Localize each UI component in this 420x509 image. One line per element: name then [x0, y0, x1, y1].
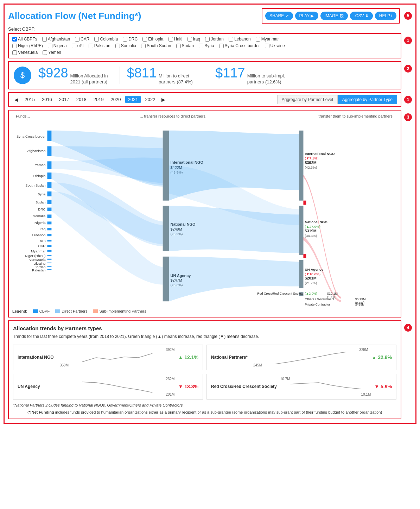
- legend-cbpf-box: [33, 309, 38, 313]
- node-ethiopia: [47, 172, 51, 179]
- year-2015[interactable]: 2015: [22, 96, 38, 103]
- trends-section: Allocation trends by Partners types Tren…: [8, 320, 401, 419]
- share-button[interactable]: SHARE ↗: [265, 12, 293, 20]
- cbpf-venezuela[interactable]: Venezuela: [12, 50, 38, 55]
- trend-card-national: National Partners* 325M 245M ▲ 32.8%: [206, 345, 396, 370]
- label-others-amount: $5.79M: [355, 297, 366, 301]
- trend-pct-val-un: 13.3%: [184, 384, 198, 389]
- label-syria-cross-border: Syria Cross border: [17, 134, 46, 138]
- label-somalia: Somalia: [33, 214, 46, 218]
- cbpf-nigeria[interactable]: Nigeria: [48, 43, 67, 48]
- sankey-section: Funds... ... transfer resources to direc…: [8, 110, 401, 318]
- year-2020[interactable]: 2020: [108, 96, 124, 103]
- sankey-header: Funds... ... transfer resources to direc…: [12, 114, 397, 118]
- cbpf-niger[interactable]: Niger (RhPF): [12, 43, 43, 48]
- label-un-change: (▼18.6%): [305, 272, 320, 276]
- node-venezuela: [47, 259, 51, 260]
- trend-line-ingo: [82, 353, 152, 362]
- cbpf-drc[interactable]: DRC: [123, 37, 138, 42]
- node-south-sudan: [47, 182, 51, 188]
- trend-val-start-national: 245M: [253, 363, 262, 367]
- cbpf-colombia[interactable]: Colombia: [94, 37, 118, 42]
- node-afghanistan: [47, 146, 51, 156]
- year-2018[interactable]: 2018: [74, 96, 89, 103]
- trend-val-end-national: 325M: [359, 348, 368, 352]
- cbpf-all-cbpfs[interactable]: All CBPFs: [12, 37, 37, 42]
- stats-icon: $: [14, 67, 31, 84]
- cbpf-afghanistan[interactable]: Afghanistan: [42, 37, 70, 42]
- node-pakistan: [47, 269, 51, 270]
- cbpf-yemen[interactable]: Yemen: [43, 50, 61, 55]
- csv-button[interactable]: .CSV ⬇: [350, 12, 373, 20]
- direct-stat: $811 Million to direct partners (87.4%): [127, 65, 201, 85]
- year-2019[interactable]: 2019: [91, 96, 107, 103]
- trend-val-end-ingo: 392M: [166, 348, 174, 352]
- play-button[interactable]: PLAY ▶: [295, 12, 318, 20]
- cbpf-iraq[interactable]: Iraq: [187, 37, 201, 42]
- node-yemen: [47, 161, 51, 169]
- image-button[interactable]: IMAGE 🖼: [320, 12, 348, 20]
- cbpf-syria-cross-border[interactable]: Syria Cross border: [219, 43, 260, 48]
- toggle-partner-level[interactable]: Aggregate by Partner Level: [277, 95, 338, 104]
- help-button[interactable]: HELP i: [375, 12, 396, 20]
- cbpf-opt[interactable]: oPt: [72, 43, 84, 48]
- sub-stat: $117 Million to sub-impl. partners (12.6…: [215, 65, 289, 85]
- year-2016[interactable]: 2016: [39, 96, 55, 103]
- node-un-mid: [163, 257, 169, 301]
- label-myanmar: Myanmar: [31, 249, 46, 253]
- trend-card-rc: Red Cross/Red Crescent Society 10.7M 10.…: [206, 374, 396, 400]
- label-rc-right: Red Cross/Red Crescent Society: [257, 292, 304, 295]
- stat-divider-2: [208, 67, 208, 84]
- label-nngo-right-amount: $319M: [305, 229, 316, 233]
- year-2017[interactable]: 2017: [56, 96, 72, 103]
- trend-pct-val-rc: 5.9%: [381, 384, 392, 389]
- trend-pct-rc: ▼ 5.9%: [374, 384, 392, 389]
- legend-direct: Direct Partners: [55, 309, 87, 313]
- label-nngo-right: National NGO: [305, 220, 327, 224]
- section-number-3: 3: [404, 113, 412, 121]
- label-ingo-right: International NGO: [305, 152, 335, 156]
- cbpf-row-3: Venezuela Yemen: [12, 50, 397, 55]
- label-iraq: Iraq: [39, 227, 45, 231]
- year-next-button[interactable]: ▶: [159, 96, 167, 103]
- cbpf-syria[interactable]: Syria: [199, 43, 214, 48]
- year-nav: ◀ 2015 2016 2017 2018 2019 2020 2021 202…: [12, 96, 167, 103]
- sankey-header-mid: ... transfer resources to direct partner…: [140, 114, 209, 118]
- cbpf-car[interactable]: CAR: [75, 37, 89, 42]
- cbpf-haiti[interactable]: Haiti: [168, 37, 183, 42]
- cbpf-south-sudan[interactable]: South Sudan: [141, 43, 171, 48]
- node-syria: [47, 191, 51, 196]
- node-myanmar: [47, 250, 51, 252]
- trends-grid: International NGO 392M 350M ▲ 12.1%: [13, 345, 396, 400]
- total-desc: Million Allocated in 2021 (all partners): [70, 73, 113, 85]
- cbpf-myanmar[interactable]: Myanmar: [256, 37, 279, 42]
- cbpf-ethiopia[interactable]: Ethiopia: [142, 37, 163, 42]
- node-syria-cross-border: [47, 131, 51, 141]
- cbpf-ukraine[interactable]: Ukraine: [265, 43, 285, 48]
- cbpf-sudan[interactable]: Sudan: [176, 43, 194, 48]
- sankey-header-left: Funds...: [16, 114, 30, 118]
- node-ingo-mid: [163, 131, 169, 201]
- cbpf-lebanon[interactable]: Lebanon: [229, 37, 251, 42]
- stats-section: $ $928 Million Allocated in 2021 (all pa…: [8, 61, 401, 89]
- trend-val-end-rc: 10.1M: [361, 392, 371, 396]
- label-syria: Syria: [38, 192, 46, 196]
- cbpf-pakistan[interactable]: Pakistan: [89, 43, 110, 48]
- label-nngo-right-pct: (34.3%): [305, 234, 317, 238]
- cbpf-somalia[interactable]: Somalia: [115, 43, 136, 48]
- year-2021[interactable]: 2021: [125, 96, 141, 103]
- year-prev-button[interactable]: ◀: [12, 96, 20, 103]
- trend-svg-national: [253, 351, 368, 365]
- sankey-header-right: transfer them to sub-implementing partne…: [319, 114, 394, 118]
- trend-line-rc: [290, 383, 361, 389]
- trend-arrow-ingo: ▲: [178, 354, 183, 360]
- toggle-partner-type[interactable]: Aggregate by Partner Type: [338, 95, 397, 104]
- label-rc-right-amount: $10.1M: [327, 292, 338, 295]
- year-2022[interactable]: 2022: [142, 96, 158, 103]
- node-iraq: [47, 228, 51, 230]
- section-number-4: 4: [404, 324, 412, 332]
- trend-pct-val-national: 32.8%: [378, 354, 392, 360]
- trend-svg-un: [60, 380, 174, 394]
- label-niger: Niger (RhPF): [25, 254, 46, 258]
- cbpf-jordan[interactable]: Jordan: [205, 37, 224, 42]
